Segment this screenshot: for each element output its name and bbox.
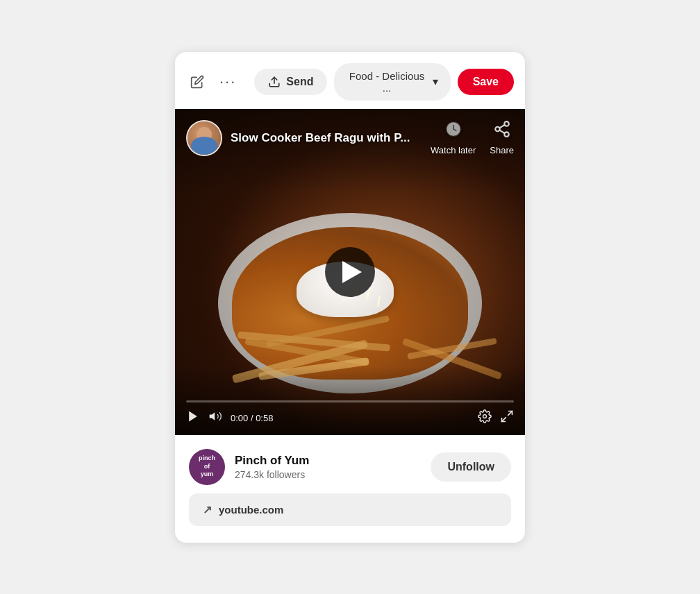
board-selector-button[interactable]: Food - Delicious ... ▾ [334,63,450,101]
video-top-actions: Watch later Share [431,120,514,155]
unfollow-label: Unfollow [447,461,494,473]
svg-line-7 [499,125,504,128]
save-button[interactable]: Save [458,69,514,95]
controls-row: 0:00 / 0:58 [186,409,514,427]
progress-bar[interactable] [186,400,514,402]
toolbar: ··· Send Food - Delicious ... ▾ Save [175,52,525,109]
play-icon [342,261,362,283]
fullscreen-button[interactable] [500,409,514,427]
send-label: Send [286,76,313,88]
board-name: Food - Delicious ... [347,70,426,94]
controls-right [478,409,514,427]
video-controls: 0:00 / 0:58 [175,395,525,435]
channel-section: pinch of yum Pinch of Yum 274.3k followe… [175,435,525,493]
avatar [186,120,222,156]
svg-line-6 [499,130,504,133]
share-label: Share [490,145,514,155]
watch-later-action[interactable]: Watch later [431,120,476,155]
channel-info: Pinch of Yum 274.3k followers [235,454,421,480]
video-top-bar: Slow Cooker Beef Ragu with P... Watch la… [175,109,525,167]
svg-marker-9 [210,412,215,421]
chevron-down-icon: ▾ [433,75,438,88]
play-button[interactable] [325,247,375,297]
watch-later-label: Watch later [431,145,476,155]
time-display: 0:00 / 0:58 [231,413,273,423]
share-icon [493,120,511,142]
external-link-section: ↗ youtube.com [175,493,525,543]
external-link-icon: ↗ [203,503,212,516]
video-title: Slow Cooker Beef Ragu with P... [231,131,422,145]
channel-name: Pinch of Yum [235,454,421,468]
video-player[interactable]: Slow Cooker Beef Ragu with P... Watch la… [175,109,525,435]
svg-line-12 [502,417,506,421]
more-options-button[interactable]: ··· [215,69,240,95]
svg-marker-8 [189,411,197,421]
send-button[interactable]: Send [254,69,327,95]
share-action[interactable]: Share [490,120,514,155]
channel-followers: 274.3k followers [235,469,421,480]
channel-logo: pinch of yum [189,449,225,485]
svg-point-10 [483,414,487,418]
clock-icon [444,120,462,142]
edit-button[interactable] [186,71,208,93]
unfollow-button[interactable]: Unfollow [431,452,511,482]
channel-logo-text: pinch of yum [199,455,215,479]
play-pause-button[interactable] [186,409,200,427]
volume-button[interactable] [208,409,222,427]
external-link-label: youtube.com [219,504,283,516]
settings-button[interactable] [478,409,492,427]
pin-card: ··· Send Food - Delicious ... ▾ Save [175,52,525,543]
svg-line-11 [508,411,512,415]
save-label: Save [473,76,499,87]
external-link-button[interactable]: ↗ youtube.com [189,493,511,526]
